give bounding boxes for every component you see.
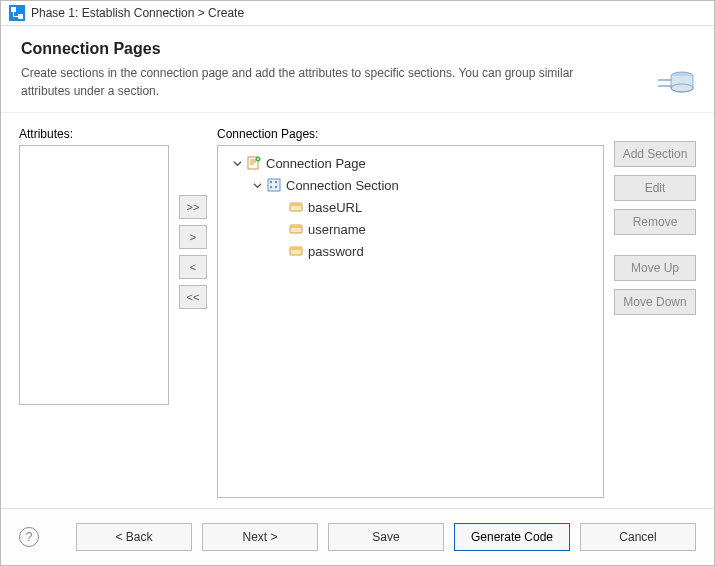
tree-node-section[interactable]: Connection Section <box>224 174 597 196</box>
svg-rect-6 <box>268 179 280 191</box>
tree-node-label: Connection Page <box>266 156 366 171</box>
page-title: Connection Pages <box>21 40 694 58</box>
move-left-button[interactable]: < <box>179 255 207 279</box>
chevron-down-icon[interactable] <box>232 158 242 168</box>
move-all-left-button[interactable]: << <box>179 285 207 309</box>
tree-node-label: Connection Section <box>286 178 399 193</box>
remove-button[interactable]: Remove <box>614 209 696 235</box>
tree-node-attribute[interactable]: username <box>224 218 597 240</box>
svg-point-7 <box>270 181 272 183</box>
help-icon[interactable]: ? <box>19 527 39 547</box>
attribute-icon <box>288 243 304 259</box>
add-section-button[interactable]: Add Section <box>614 141 696 167</box>
connection-icon <box>9 5 25 21</box>
move-up-button[interactable]: Move Up <box>614 255 696 281</box>
titlebar: Phase 1: Establish Connection > Create <box>1 1 714 26</box>
cancel-button[interactable]: Cancel <box>580 523 696 551</box>
header: Connection Pages Create sections in the … <box>1 26 714 113</box>
footer: ? < Back Next > Save Generate Code Cance… <box>1 508 714 565</box>
edit-button[interactable]: Edit <box>614 175 696 201</box>
body: Attributes: >> > < << Connection Pages: … <box>1 113 714 508</box>
wizard-window: Phase 1: Establish Connection > Create C… <box>0 0 715 566</box>
pages-label: Connection Pages: <box>217 127 604 141</box>
tree-node-attribute[interactable]: password <box>224 240 597 262</box>
side-buttons-column: Add Section Edit Remove Move Up Move Dow… <box>614 127 696 498</box>
attribute-icon <box>288 199 304 215</box>
next-button[interactable]: Next > <box>202 523 318 551</box>
tree-node-label: username <box>308 222 366 237</box>
tree-node-attribute[interactable]: baseURL <box>224 196 597 218</box>
titlebar-text: Phase 1: Establish Connection > Create <box>31 6 244 20</box>
page-icon <box>246 155 262 171</box>
attributes-label: Attributes: <box>19 127 169 141</box>
attributes-column: Attributes: <box>19 127 169 498</box>
svg-point-10 <box>275 186 277 188</box>
move-down-button[interactable]: Move Down <box>614 289 696 315</box>
transfer-buttons: >> > < << <box>179 127 207 498</box>
pages-column: Connection Pages: Connection Page <box>217 127 604 498</box>
svg-rect-16 <box>290 247 302 250</box>
generate-code-button[interactable]: Generate Code <box>454 523 570 551</box>
connection-pages-tree[interactable]: Connection Page Connection Section ba <box>217 145 604 498</box>
tree-node-page[interactable]: Connection Page <box>224 152 597 174</box>
svg-point-8 <box>275 181 277 183</box>
svg-rect-14 <box>290 225 302 228</box>
svg-point-9 <box>270 186 272 188</box>
tree-node-label: baseURL <box>308 200 362 215</box>
attributes-list[interactable] <box>19 145 169 405</box>
svg-rect-0 <box>11 7 16 12</box>
section-icon <box>266 177 282 193</box>
svg-rect-12 <box>290 203 302 206</box>
tree-node-label: password <box>308 244 364 259</box>
move-right-button[interactable]: > <box>179 225 207 249</box>
attribute-icon <box>288 221 304 237</box>
page-description: Create sections in the connection page a… <box>21 64 581 100</box>
save-button[interactable]: Save <box>328 523 444 551</box>
database-icon <box>658 60 696 101</box>
move-all-right-button[interactable]: >> <box>179 195 207 219</box>
chevron-down-icon[interactable] <box>252 180 262 190</box>
svg-rect-1 <box>18 14 23 19</box>
back-button[interactable]: < Back <box>76 523 192 551</box>
